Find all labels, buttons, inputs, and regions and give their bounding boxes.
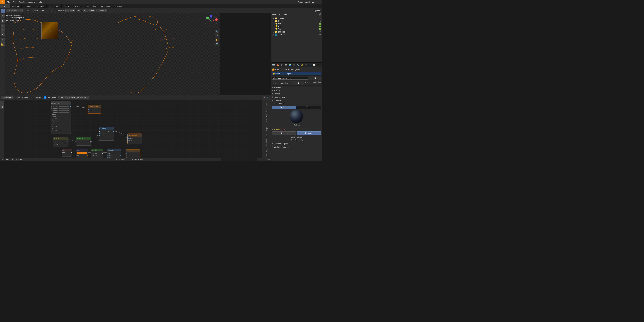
mat-delete-btn[interactable]: ✖ [300, 81, 304, 85]
displacement-section[interactable]: ▶ Displacement [271, 95, 322, 99]
tab-sculpting[interactable]: Sculpting [22, 4, 34, 8]
tab-layout[interactable]: Layout [0, 4, 10, 8]
rotate-tool[interactable]: ↻ [0, 24, 4, 28]
camera-view-btn[interactable]: 📷 [215, 42, 219, 46]
visibility-icon[interactable]: 👁 [320, 17, 321, 19]
surface-section[interactable]: ▶ Surface [271, 89, 322, 92]
nav-gizmo[interactable]: X Y Z [204, 15, 218, 28]
node-view-menu[interactable]: View [15, 97, 21, 99]
update-button[interactable]: ↻ Update [297, 131, 321, 135]
mat-copy-btn[interactable]: 📋 [296, 81, 300, 85]
visibility-icon[interactable]: 👁 [320, 31, 321, 33]
move-tool[interactable]: ✥ [0, 19, 4, 23]
measure-tool[interactable]: 📐 [0, 42, 4, 46]
add-menu[interactable]: Add [40, 10, 45, 12]
material-name-field[interactable]: wireframe hard yellow [272, 77, 308, 80]
tab-uv-editing[interactable]: UV Editing [34, 4, 46, 8]
pbr-tab-dielectric[interactable]: Dielectric [272, 106, 296, 109]
pbr-section[interactable]: ▼ PBR Materials [271, 102, 322, 105]
tab-texture-paint[interactable]: Texture Paint [46, 4, 62, 8]
pbr-tab-metal[interactable]: Metal [296, 106, 321, 109]
outline-item-objects[interactable]: ▶ 📁 objects 👁 [271, 17, 322, 20]
outline-item-top[interactable]: 💡 Top 🟢 [271, 28, 322, 31]
mat-enable-btn[interactable]: ✓ [292, 81, 296, 85]
node-tool2[interactable]: ✥ [0, 105, 4, 109]
viewport-3d[interactable]: Camera Perspective (1) environment | luc… [5, 13, 220, 95]
menu-edit[interactable]: Edit [12, 1, 18, 4]
props-icon-render[interactable]: 📷 [272, 63, 275, 67]
ignore-button[interactable]: ✖ Ignore [272, 131, 296, 135]
open-website-link[interactable]: Open website [272, 136, 321, 138]
orientation-dropdown[interactable]: Default▾ [66, 9, 75, 12]
material-new-btn[interactable]: ✖ [317, 76, 321, 80]
volume-section[interactable]: ▶ Volume [271, 92, 322, 95]
menu-file[interactable]: File [6, 1, 11, 4]
node-content[interactable]: Principled BSDF Base Color Subsurface Su… [4, 100, 271, 161]
props-icon-data[interactable]: 📊 [312, 63, 316, 67]
scale-tool[interactable]: ⤡ [0, 28, 4, 32]
mode-dropdown[interactable]: ⬛ Object Mode ▾ [6, 9, 23, 12]
outline-item-lights[interactable]: ▼ 📁 lights 👁 [271, 20, 322, 22]
tab-scripting[interactable]: Scripting [112, 4, 124, 8]
scene-outline[interactable]: ▶ 📁 objects 👁 ▼ 📁 lights 👁 💡 Left 🟢 💡 Ri… [271, 16, 322, 62]
visibility-icon[interactable]: 🟢 [319, 25, 321, 28]
props-icon-world[interactable]: 🌍 [288, 63, 292, 67]
node-header-icon2[interactable]: 🔧 [266, 96, 270, 100]
visibility-icon[interactable]: 👁 [320, 34, 321, 36]
tab-rendering[interactable]: Rendering [85, 4, 98, 8]
material-list-item[interactable]: wireframe hard yellow [272, 72, 321, 75]
props-icon-view-layer[interactable]: 🗂 [280, 63, 284, 67]
visibility-icon[interactable]: 👁 [320, 20, 321, 22]
props-icon-output[interactable]: 📤 [276, 63, 280, 67]
menu-window[interactable]: Window [27, 1, 36, 4]
orbit-btn[interactable]: ⟳ [215, 34, 219, 38]
props-icon-particles[interactable]: ✨ [300, 63, 304, 67]
visibility-icon[interactable]: 🟢 [319, 23, 321, 25]
visibility-icon[interactable]: 🟢 [319, 28, 321, 30]
slot-dropdown[interactable]: Slot 1▾ [58, 96, 67, 99]
props-icon-object[interactable]: ⬛ [292, 63, 296, 67]
props-icon-physics[interactable]: ⚛ [304, 63, 308, 67]
node-node-menu[interactable]: Node [35, 97, 42, 99]
preview-section[interactable]: ▶ Preview [271, 86, 322, 89]
viewport-display-section[interactable]: ▶ Viewport Display [271, 142, 322, 145]
tab-compositing[interactable]: Compositing [98, 4, 112, 8]
node-header-icon1[interactable]: ⚙ [262, 96, 266, 100]
node-mode-dropdown[interactable]: ⬛ Object ▾ [1, 96, 12, 99]
annotate-tool[interactable]: ✏ [0, 38, 4, 42]
props-icon-modifier[interactable]: 🔧 [296, 63, 300, 67]
select-tool[interactable]: ↖ [0, 9, 4, 13]
drag-dropdown[interactable]: Select Box▾ [83, 9, 96, 12]
use-nodes-checkbox[interactable] [44, 97, 46, 99]
cursor-tool[interactable]: ✛ [0, 14, 4, 18]
outline-item-cameras[interactable]: ▶ 📁 cameras 👁 [271, 31, 322, 33]
install-manually-link[interactable]: Install manually [272, 138, 321, 141]
props-icon-scene[interactable]: 🎬 [284, 63, 288, 67]
view-menu[interactable]: View [25, 10, 31, 12]
node-add-menu[interactable]: Add [29, 97, 35, 99]
pan-btn[interactable]: ✋ [215, 38, 219, 42]
outline-item-environment[interactable]: ▶ 🌐 environment 👁 [271, 33, 322, 36]
transform-tool[interactable]: ⊞ [0, 32, 4, 36]
material-browse-btn[interactable]: ▾ [309, 76, 313, 80]
props-icon-constraints[interactable]: 🔗 [308, 63, 312, 67]
menu-render[interactable]: Render [18, 1, 26, 4]
node-material-dropdown[interactable]: ● wireframe hard yel... [68, 96, 89, 99]
settings-section[interactable]: ▶ Settings [271, 99, 322, 102]
tab-animation[interactable]: Animation [73, 4, 85, 8]
menu-help[interactable]: Help [36, 1, 43, 4]
select-menu[interactable]: Select [32, 10, 39, 12]
custom-properties-section[interactable]: ▶ Custom Properties [271, 145, 322, 148]
zoom-in-btn[interactable]: 🔍 [215, 30, 219, 34]
tab-add-button[interactable]: + [124, 5, 128, 8]
options-btn[interactable]: Options [313, 10, 321, 12]
outline-item-left[interactable]: 💡 Left 🟢 [271, 22, 322, 25]
object-menu[interactable]: Object [46, 10, 53, 12]
outline-item-right[interactable]: 💡 Right 🟢 [271, 25, 322, 28]
tab-shading[interactable]: Shading [62, 4, 72, 8]
props-icon-material[interactable]: ● [316, 63, 320, 67]
node-select-menu[interactable]: Select [21, 97, 28, 99]
tab-modeling[interactable]: Modeling [10, 4, 22, 8]
node-tool1[interactable]: ↖ [0, 101, 4, 105]
proportional-dropdown[interactable]: Global▾ [98, 9, 107, 12]
